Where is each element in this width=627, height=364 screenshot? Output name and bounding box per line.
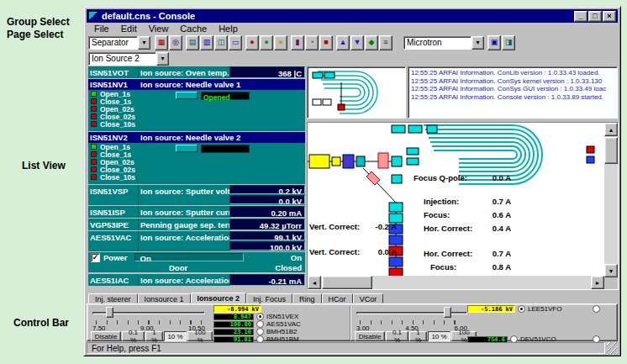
device-id: ISN51VOT — [88, 66, 139, 78]
dropdown-arrow-icon[interactable]: ▾ — [472, 36, 484, 50]
channel-radio[interactable] — [256, 313, 264, 320]
list-row-needle-valve-1[interactable]: ISN51NV1 Ion source: Needle valve 1 — [88, 79, 305, 90]
list-row-sputter-voltage[interactable]: ISN51VSP Ion source: Sputter voltage 0.2… — [88, 185, 305, 205]
resize-grip[interactable] — [607, 342, 618, 354]
toolbar-button-chart[interactable]: ▮ — [291, 35, 304, 50]
list-row-acceleration-current[interactable]: AES51IAC Ion source: Acceleration curre … — [88, 274, 305, 286]
title-bar[interactable]: default.cns - Console _ □ × — [87, 9, 618, 23]
valve-command-button[interactable] — [176, 145, 198, 152]
toolbar-button-page[interactable]: ▤ — [186, 35, 199, 50]
injection-readout: Injection:0.7 A — [424, 197, 511, 206]
toolbar-button-led-red[interactable]: ● — [245, 35, 259, 50]
device-select-combo[interactable]: Microtron ▾ — [403, 36, 484, 50]
channel-radio[interactable] — [256, 320, 264, 328]
aux-radio[interactable] — [593, 305, 600, 313]
valve-command-button[interactable] — [176, 92, 198, 99]
list-row-sputter-current[interactable]: ISN51ISP Ion source: Sputter current 0.2… — [88, 206, 305, 218]
dropdown-arrow-icon[interactable]: ▾ — [156, 52, 169, 66]
toolbar-button-screens[interactable]: ◫ — [214, 35, 228, 50]
list-row-acceleration-voltage[interactable]: AES51VAC Ion source: Acceleration volta … — [88, 231, 305, 251]
toolbar-button-down[interactable]: ▼ — [350, 35, 364, 50]
step-10-button[interactable]: 10 % — [428, 331, 450, 341]
menu-edit[interactable]: Edit — [115, 24, 143, 34]
step-1-button[interactable]: 1 % — [145, 331, 163, 341]
focus1-value: 0.6 A — [493, 210, 511, 219]
led-row: Close_10s — [88, 173, 305, 181]
tab-vcor[interactable]: VCor — [353, 293, 384, 303]
menu-cache[interactable]: Cache — [174, 24, 213, 34]
vertical-scroll-thumb[interactable] — [604, 137, 618, 164]
toolbar-button-log[interactable]: ◨ — [502, 35, 515, 50]
scroll-down-icon[interactable]: ▼ — [604, 264, 618, 277]
console-window: default.cns - Console _ □ × File Edit Vi… — [83, 6, 621, 356]
hor1-value: 0.4 A — [493, 224, 511, 233]
toolbar-button-alarm[interactable]: ▣ — [487, 35, 501, 50]
menu-file[interactable]: File — [88, 24, 115, 34]
beamline-canvas: Focus Q-pole:0.0 A Injection:0.7 A Focus… — [308, 123, 604, 277]
close-10s-led — [91, 121, 97, 127]
menu-help[interactable]: Help — [213, 24, 244, 34]
channel-value: 23.10 — [213, 329, 254, 335]
toolbar-button-monitor[interactable]: ▭ — [229, 35, 242, 50]
hor1-readout: Hor. Correct:0.4 A — [424, 224, 511, 233]
slider-thumb[interactable] — [444, 307, 451, 318]
toolbar-button-gauge[interactable]: ◔ — [305, 35, 319, 50]
toolbar-button-plot[interactable]: ◆ — [365, 35, 378, 50]
toolbar-button-grid[interactable]: ▥ — [200, 35, 213, 50]
tab-ring[interactable]: Ring — [292, 293, 322, 303]
list-row-oven-temp[interactable]: ISN51VOT Ion source: Oven temp. 368 |C — [88, 66, 305, 78]
step-0-1-button[interactable]: 0.1 % — [386, 331, 408, 341]
toolbar-button-scope[interactable]: ◎ — [169, 35, 182, 50]
toolbar-button-device[interactable]: ▦ — [155, 35, 168, 50]
channel-radio[interactable] — [518, 305, 525, 313]
channel-radio[interactable] — [256, 328, 264, 335]
list-row-penning-gauge[interactable]: VGP53IPE Penning gauge sep. term. 49.32 … — [88, 219, 305, 230]
toolbar-button-list[interactable]: ≡ — [379, 35, 393, 50]
left-slider[interactable] — [92, 307, 205, 319]
toolbar-button-led-green[interactable]: ● — [260, 35, 273, 50]
focus2-label: Focus: — [430, 262, 456, 272]
tab-inj-steerer[interactable]: Inj. steerer — [88, 293, 138, 303]
message-line[interactable]: 12:55:25 ARFAI Information. ConSys kerne… — [411, 77, 614, 86]
message-line[interactable]: 12:55:25 ARFAI Information. Console vers… — [411, 93, 614, 102]
status-help-text: For Help, press F1 — [87, 342, 605, 354]
list-row-needle-valve-2[interactable]: ISN51NV2 Ion source: Needle valve 2 — [88, 132, 305, 143]
toolbar-button-stop[interactable]: ■ — [319, 35, 333, 50]
toolbar-button-up[interactable]: ▲ — [336, 35, 350, 50]
tab-ionsource-1[interactable]: Ionsource 1 — [138, 293, 191, 303]
tab-inj-focus[interactable]: Inj. Focus — [246, 293, 292, 303]
dropdown-arrow-icon[interactable]: ▾ — [138, 36, 150, 50]
list-icon: ≡ — [383, 39, 387, 46]
power-checkbox[interactable]: ✓ — [91, 253, 100, 262]
tab-hcor[interactable]: HCor — [322, 293, 353, 303]
disable-button[interactable]: Disable — [355, 331, 385, 341]
minimize-button[interactable]: _ — [574, 11, 587, 22]
step-1-button[interactable]: 1 % — [409, 331, 427, 341]
scroll-right-icon[interactable]: ► — [591, 276, 604, 289]
scroll-left-icon[interactable]: ◄ — [308, 276, 321, 289]
vertical-scrollbar[interactable]: ▲ ▼ — [604, 123, 618, 277]
menu-bar: File Edit View Cache Help — [87, 23, 618, 34]
disable-button[interactable]: Disable — [91, 331, 121, 341]
message-line[interactable]: 12:55:25 ARFAI Information. ConLib versi… — [411, 69, 614, 77]
right-step-buttons: Disable 0.1 % 1 % 10 % 100 % — [355, 331, 477, 341]
device-id: ISN51NV2 — [88, 132, 139, 143]
channel-label: LEE51VFO — [528, 305, 561, 313]
menu-view[interactable]: View — [143, 24, 175, 34]
horizontal-scroll-thumb[interactable] — [322, 276, 372, 289]
page-select-combo[interactable]: Ion Source 2 ▾ — [88, 52, 169, 66]
right-slider[interactable] — [356, 307, 467, 319]
toolbar-button-led-yellow[interactable]: ● — [274, 35, 287, 50]
message-line[interactable]: 12:55:25 ARFAI Information. ConSys GUI v… — [411, 85, 614, 93]
step-0-1-button[interactable]: 0.1 % — [122, 331, 145, 341]
horizontal-scrollbar[interactable]: ◄ ► — [308, 276, 604, 289]
step-100-button[interactable]: 100 % — [187, 331, 213, 341]
scroll-up-icon[interactable]: ▲ — [604, 123, 618, 136]
channel-row: 100.00 AES51VAC — [213, 320, 301, 328]
slider-thumb[interactable] — [106, 307, 113, 318]
tab-ionsource-2[interactable]: Ionsource 2 — [191, 293, 247, 303]
close-button[interactable]: × — [603, 11, 616, 22]
group-select-combo[interactable]: Separator ▾ — [88, 36, 150, 50]
maximize-button[interactable]: □ — [588, 11, 602, 22]
step-10-button[interactable]: 10 % — [164, 331, 187, 341]
